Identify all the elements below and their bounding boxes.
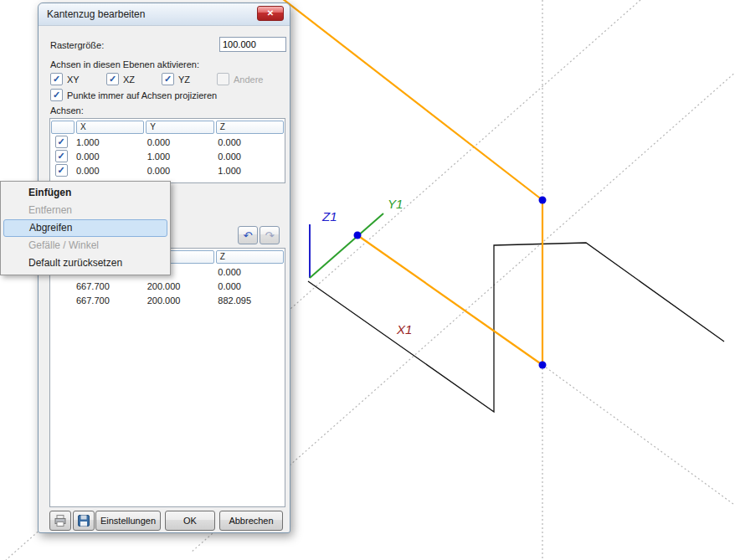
axes-col-y[interactable]: Y — [146, 121, 213, 134]
checkbox-xy[interactable]: ✓ XY — [50, 73, 80, 85]
cell[interactable]: 0.000 — [72, 166, 143, 176]
axes-table-header: X Y Z — [50, 119, 285, 135]
raster-label: Rastergröße: — [50, 40, 104, 50]
model-polyline[interactable] — [308, 243, 724, 412]
cell[interactable]: 0.000 — [213, 281, 285, 291]
planes-label: Achsen in diesen Ebenen aktivieren: — [50, 59, 199, 69]
axes-row-checkbox[interactable]: ✓ — [55, 164, 68, 177]
cell[interactable]: 1.000 — [213, 166, 285, 176]
cell[interactable]: 0.000 — [213, 137, 285, 147]
floppy-disk-icon — [77, 514, 90, 527]
checkbox-xz-label: XZ — [123, 74, 135, 85]
check-icon: ✓ — [57, 152, 64, 161]
check-icon: ✓ — [53, 74, 60, 84]
settings-button-label: Einstellungen — [100, 516, 156, 526]
x1-axis-label: X1 — [396, 322, 412, 337]
y1-axis-label: Y1 — [388, 197, 403, 211]
settings-button[interactable]: Einstellungen — [95, 511, 161, 531]
dialog-titlebar[interactable]: Kantenzug bearbeiten ✕ — [39, 3, 290, 26]
checkbox-yz-label: YZ — [178, 74, 190, 85]
cell[interactable]: 667.700 — [72, 281, 143, 291]
cancel-button[interactable]: Abbrechen — [219, 511, 283, 531]
check-icon: ✓ — [57, 166, 64, 175]
menu-item-abgreifen[interactable]: Abgreifen — [3, 219, 167, 237]
vertex-point-3[interactable] — [539, 362, 547, 369]
points-row[interactable]: 667.700 200.000 0.000 — [50, 279, 285, 293]
points-row[interactable]: 667.700 200.000 882.095 — [50, 293, 285, 307]
vertex-point-1[interactable] — [354, 232, 362, 239]
cell[interactable]: 0.000 — [213, 152, 285, 162]
cell[interactable]: 200.000 — [143, 295, 214, 306]
dialog-body: Rastergröße: Achsen in diesen Ebenen akt… — [39, 25, 290, 532]
print-button[interactable] — [49, 511, 71, 531]
selected-edge-3[interactable] — [357, 235, 542, 365]
checkbox-xy-label: XY — [67, 74, 80, 85]
checkbox-project-box[interactable]: ✓ — [50, 89, 63, 101]
checkbox-yz[interactable]: ✓ YZ — [162, 73, 190, 85]
dialog-title: Kantenzug bearbeiten — [47, 8, 145, 20]
axes-row[interactable]: ✓ 0.000 0.000 1.000 — [50, 163, 285, 177]
cell[interactable]: 0.000 — [213, 267, 285, 277]
cell[interactable]: 882.095 — [213, 295, 285, 306]
ok-button-label: OK — [183, 516, 197, 526]
menu-item-gefaelle-winkel: Gefälle / Winkel — [1, 237, 170, 254]
construction-line-diagonal-3 — [542, 365, 735, 506]
checkbox-project[interactable]: ✓ Punkte immer auf Achsen projizieren — [50, 89, 217, 101]
cell[interactable]: 0.000 — [72, 152, 143, 162]
checkbox-andere: Andere — [217, 73, 263, 85]
check-icon: ✓ — [57, 137, 64, 146]
checkbox-project-label: Punkte immer auf Achsen projizieren — [67, 90, 217, 100]
axes-col-checkbox[interactable] — [51, 121, 75, 134]
axes-col-x[interactable]: X — [76, 121, 144, 134]
ok-button[interactable]: OK — [165, 511, 215, 531]
app-screen: Z1 Y1 X1 Kantenzug bearbeiten ✕ Rastergr… — [0, 0, 735, 560]
menu-item-default-zuruecksetzen[interactable]: Default zurücksetzen — [1, 254, 170, 272]
save-button[interactable] — [73, 511, 95, 531]
cell[interactable]: 1.000 — [72, 137, 143, 147]
cell[interactable]: 200.000 — [143, 281, 214, 291]
checkbox-yz-box[interactable]: ✓ — [162, 73, 174, 85]
points-col-z[interactable]: Z — [216, 250, 284, 264]
axes-row[interactable]: ✓ 1.000 0.000 0.000 — [50, 135, 285, 149]
menu-item-entfernen: Entfernen — [1, 202, 170, 219]
axes-label: Achsen: — [50, 105, 84, 116]
selected-edge-1[interactable] — [279, 0, 542, 200]
undo-icon: ↶ — [244, 229, 253, 242]
close-button[interactable]: ✕ — [257, 6, 284, 21]
undo-button[interactable]: ↶ — [238, 226, 258, 244]
redo-icon: ↷ — [265, 229, 275, 242]
checkbox-andere-label: Andere — [234, 74, 263, 85]
redo-button[interactable]: ↷ — [260, 226, 280, 244]
axes-row[interactable]: ✓ 0.000 1.000 0.000 — [50, 149, 285, 163]
cancel-button-label: Abbrechen — [229, 516, 273, 526]
cell[interactable]: 0.000 — [143, 166, 214, 176]
cell[interactable]: 1.000 — [143, 152, 214, 162]
axes-col-z[interactable]: Z — [216, 121, 284, 134]
checkbox-xz[interactable]: ✓ XZ — [106, 73, 135, 85]
context-menu: Einfügen Entfernen Abgreifen Gefälle / W… — [0, 181, 171, 275]
axes-row-checkbox[interactable]: ✓ — [55, 136, 68, 148]
menu-item-einfuegen[interactable]: Einfügen — [1, 184, 170, 202]
vertex-point-2[interactable] — [539, 197, 547, 204]
axes-table: X Y Z ✓ 1.000 0.000 0.000 ✓ 0.000 1.000 … — [49, 118, 285, 183]
printer-icon — [54, 514, 67, 527]
check-icon: ✓ — [109, 74, 116, 84]
check-icon: ✓ — [53, 90, 60, 100]
axes-row-checkbox[interactable]: ✓ — [55, 150, 68, 162]
points-table: X Y Z 0.000 0.000 0.000 667.700 200.000 … — [49, 248, 285, 507]
checkbox-xz-box[interactable]: ✓ — [106, 73, 119, 85]
close-icon: ✕ — [267, 8, 274, 18]
checkbox-andere-box — [217, 73, 229, 85]
check-icon: ✓ — [164, 74, 172, 84]
cell[interactable]: 0.000 — [143, 137, 214, 147]
raster-input[interactable] — [219, 37, 286, 52]
z1-axis-label: Z1 — [321, 209, 337, 223]
checkbox-xy-box[interactable]: ✓ — [50, 73, 63, 85]
cell[interactable]: 667.700 — [72, 295, 143, 306]
